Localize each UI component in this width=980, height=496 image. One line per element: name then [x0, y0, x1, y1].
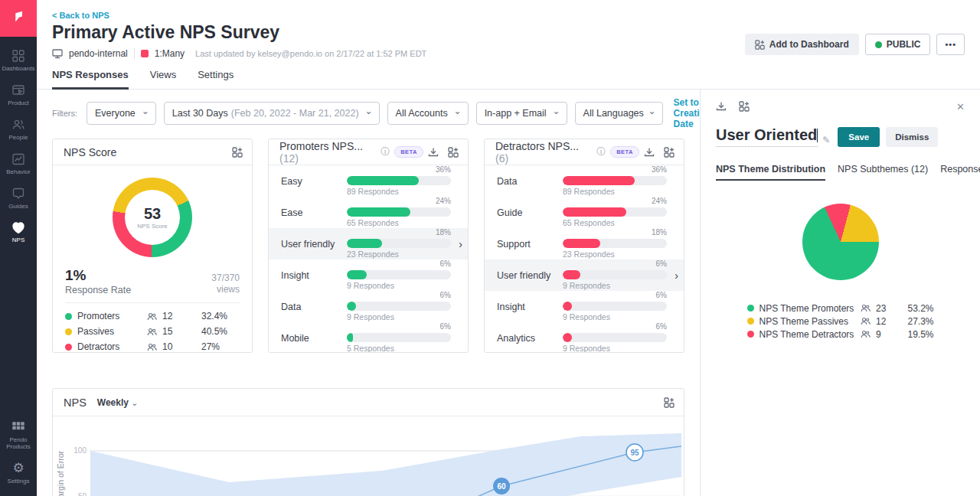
download-icon[interactable]: [716, 101, 727, 112]
sidebar-item-label: Behavior: [6, 168, 31, 175]
theme-row-selected[interactable]: User friendly 18% 23 Respondes ›: [269, 228, 468, 259]
theme-bar: [347, 302, 356, 311]
people-icon: [861, 317, 871, 325]
theme-bar: [347, 239, 382, 248]
sidebar-item-product[interactable]: Product: [0, 79, 37, 112]
chevron-down-icon: ⌄: [131, 398, 138, 407]
theme-row[interactable]: Guide 24% 65 Respondes: [485, 197, 684, 228]
error-band: [90, 433, 681, 496]
tab-subthemes[interactable]: NPS Subthemes (12): [838, 164, 928, 181]
sidebar-item-label: NPS: [12, 237, 24, 243]
theme-bar: [347, 176, 419, 185]
beta-badge: BETA: [610, 146, 639, 158]
filters-bar: Filters: Everyone ⌄ Last 30 Days (Feb 20…: [52, 102, 700, 125]
promoters-card-title: Promoters NPS... (12): [279, 140, 376, 165]
legend-item-promoters: Promoters 12 32.4%: [53, 308, 252, 324]
views-counter: 37/370 views: [211, 272, 240, 295]
sidebar-item-nps[interactable]: NPS: [0, 217, 37, 249]
theme-row[interactable]: Analytics 6% 9 Respondes: [485, 322, 684, 353]
accounts-value: All Accounts: [396, 108, 448, 119]
legend-item-theme-passives: NPS Theme Passives 12 27.3%: [747, 315, 934, 328]
accounts-select[interactable]: All Accounts ⌄: [387, 102, 469, 125]
sidebar-item-label: Settings: [8, 478, 30, 485]
pendo-logo[interactable]: [0, 0, 37, 37]
product-icon: [11, 83, 25, 97]
theme-distribution-pie-chart: [802, 204, 879, 280]
add-to-dashboard-icon[interactable]: [664, 397, 675, 408]
more-options-button[interactable]: •••: [936, 34, 965, 55]
tab-views[interactable]: Views: [150, 69, 176, 89]
sidebar-item-guides[interactable]: Guides: [0, 182, 37, 215]
trend-card-title: NPS: [64, 396, 87, 409]
sidebar-item-people[interactable]: People: [0, 113, 37, 146]
audience-select[interactable]: Everyone ⌄: [87, 102, 156, 125]
date-range-value: Last 30 Days: [172, 108, 228, 119]
sidebar-item-label: People: [9, 134, 28, 141]
add-to-dashboard-icon[interactable]: [232, 147, 243, 158]
theme-bar: [563, 207, 626, 217]
theme-row[interactable]: Data 36% 89 Respondes: [485, 165, 684, 197]
data-point-95[interactable]: 95: [626, 444, 643, 461]
back-to-nps-link[interactable]: < Back to NPS: [52, 11, 109, 20]
nps-score-caption: NPS Score: [137, 223, 168, 230]
save-button[interactable]: Save: [838, 127, 880, 147]
theme-row[interactable]: Insight 6% 9 Respondes: [269, 259, 468, 291]
promoters-dot: [747, 305, 754, 312]
sidebar-item-behavior[interactable]: Behavior: [0, 148, 37, 181]
sidebar-item-dashboards[interactable]: Dashboards: [0, 44, 37, 77]
meta-divider: [134, 48, 135, 59]
sidebar: Dashboards Product People Behavior: [0, 0, 37, 496]
filters-label: Filters:: [52, 109, 77, 118]
edit-pencil-icon[interactable]: ✎: [822, 135, 830, 145]
theme-bar: [563, 239, 600, 248]
passives-dot: [747, 318, 754, 325]
add-to-dashboard-icon[interactable]: [739, 101, 750, 112]
theme-row[interactable]: Data 6% 9 Respondes: [269, 291, 468, 322]
last-updated-text: Last updated by kelsey@pendo.io on 2/17/…: [195, 49, 426, 58]
theme-row[interactable]: Easy 36% 89 Respondes: [269, 165, 468, 197]
theme-bar: [347, 270, 367, 279]
theme-row-selected[interactable]: User friendly 6% 9 Respondes ›: [485, 259, 684, 291]
sidebar-item-pendo-products[interactable]: Pendo Products: [0, 417, 37, 455]
header-actions: Add to Dashboard PUBLIC •••: [745, 34, 965, 55]
visibility-button[interactable]: PUBLIC: [865, 34, 931, 55]
y-tick-100: 100: [74, 446, 87, 455]
channel-select[interactable]: In-app + Email ⌄: [476, 102, 567, 125]
dismiss-button[interactable]: Dismiss: [886, 127, 938, 147]
theme-row[interactable]: Insight 6% 9 Respondes: [485, 291, 684, 322]
close-icon[interactable]: ✕: [956, 101, 965, 113]
download-icon[interactable]: [428, 147, 439, 158]
people-icon: [861, 304, 871, 312]
sidebar-item-label: Guides: [8, 203, 28, 210]
y-tick-50: 50: [78, 492, 87, 496]
chevron-down-icon: ⌄: [648, 106, 656, 116]
legend-item-theme-detractors: NPS Theme Detractors 9 19.5%: [747, 328, 934, 341]
theme-row[interactable]: Mobile 6% 5 Respondes: [269, 322, 468, 353]
promoters-dot: [65, 313, 72, 320]
info-icon[interactable]: ⓘ: [596, 145, 606, 158]
data-point-60[interactable]: 60: [493, 478, 510, 494]
theme-row[interactable]: Support 18% 23 Respondes: [485, 228, 684, 259]
add-to-dashboard-icon[interactable]: [448, 147, 459, 158]
sidebar-item-settings[interactable]: ⚙ Settings: [0, 457, 37, 490]
y-axis-label: Margin of Error: [56, 450, 65, 496]
set-to-creation-date-link[interactable]: Set to Creation Date: [674, 97, 700, 129]
period-dropdown[interactable]: Weekly ⌄: [97, 397, 139, 408]
legend-item-theme-promoters: NPS Theme Promoters 23 53.2%: [747, 302, 934, 315]
tab-responses[interactable]: Responses (44): [940, 164, 980, 181]
theme-row[interactable]: Ease 24% 65 Respondes: [269, 197, 468, 228]
add-to-dashboard-button[interactable]: Add to Dashboard: [745, 34, 859, 55]
beta-badge: BETA: [394, 146, 423, 158]
tab-nps-responses[interactable]: NPS Responses: [52, 69, 129, 90]
date-range-select[interactable]: Last 30 Days (Feb 20, 2022 - Mar 21, 202…: [164, 102, 380, 125]
theme-title-input[interactable]: User Oriented: [716, 126, 818, 147]
info-icon[interactable]: ⓘ: [381, 145, 390, 158]
people-icon: [861, 330, 871, 338]
guides-icon: [11, 187, 25, 201]
segment-color-swatch: [141, 50, 149, 57]
tab-settings[interactable]: Settings: [198, 69, 234, 89]
add-to-dashboard-icon[interactable]: [664, 147, 675, 158]
languages-select[interactable]: All Languages ⌄: [575, 102, 663, 125]
download-icon[interactable]: [644, 147, 655, 158]
tab-theme-distribution[interactable]: NPS Theme Distribution: [716, 164, 825, 181]
